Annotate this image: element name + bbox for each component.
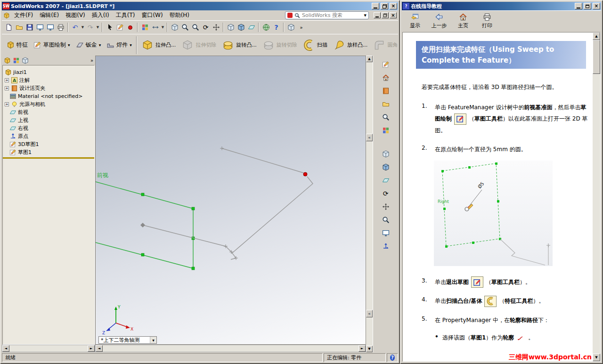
origin-view-icon[interactable] bbox=[380, 241, 391, 251]
scroll-left-icon[interactable]: ◄ bbox=[2, 345, 9, 352]
main-titlebar[interactable]: SW SolidWorks 2007 - [jiazi1.SLDPRT *] × bbox=[2, 2, 398, 10]
camera-icon[interactable] bbox=[380, 228, 391, 238]
tree-item-top-plane[interactable]: 上视 bbox=[3, 116, 94, 124]
appearance-button[interactable] bbox=[140, 23, 150, 32]
standard-views-icon[interactable] bbox=[380, 149, 391, 159]
rotate-view-button[interactable]: ⟳ bbox=[201, 23, 211, 32]
redo-button[interactable]: ↷ bbox=[85, 23, 95, 32]
menu-help[interactable]: 帮助(H) bbox=[166, 10, 193, 20]
tab-weldments[interactable]: 焊件 ▼ bbox=[104, 40, 135, 50]
tree-item-annotations[interactable]: + 注解 bbox=[3, 76, 94, 84]
featuremanager-tab-icon[interactable] bbox=[4, 57, 11, 64]
dimension-dropdown-icon[interactable]: ▼ bbox=[161, 23, 165, 32]
menu-tools[interactable]: 工具(T) bbox=[113, 10, 139, 20]
view-orientation-dropdown-icon[interactable]: ▼ bbox=[150, 337, 156, 343]
section-view-button[interactable] bbox=[246, 23, 256, 32]
dimension-button[interactable] bbox=[150, 23, 160, 32]
file-explorer-icon[interactable] bbox=[380, 99, 391, 109]
scroll-left-icon[interactable]: ◄ bbox=[96, 345, 103, 352]
scroll-down-icon[interactable]: ▼ bbox=[366, 346, 373, 352]
tree-item-lights-cameras[interactable]: + 光源与相机 bbox=[3, 100, 94, 108]
view-palette-icon[interactable] bbox=[380, 125, 391, 136]
scroll-right-icon[interactable]: ► bbox=[88, 345, 95, 352]
revolve-cut-button[interactable]: 旋转切除 bbox=[260, 36, 300, 55]
panel-chevron-icon[interactable]: » bbox=[90, 58, 93, 63]
expand-icon[interactable]: + bbox=[5, 102, 9, 106]
open-button[interactable] bbox=[14, 23, 24, 32]
rebuild-button[interactable] bbox=[125, 23, 135, 32]
tree-item-right-plane[interactable]: 右视 bbox=[3, 124, 94, 132]
close-button[interactable]: × bbox=[390, 3, 397, 9]
wireframe-button[interactable] bbox=[226, 23, 236, 32]
tree-item-origin[interactable]: 原点 bbox=[3, 132, 94, 140]
fillet-button[interactable]: 圆角 bbox=[370, 36, 400, 55]
view-orientation-box[interactable]: *上下二等角轴测 ▼ bbox=[98, 336, 157, 344]
pan-button[interactable] bbox=[211, 23, 221, 32]
tree-item-sketch1[interactable]: 草图1 bbox=[3, 148, 94, 156]
viewport-vertical-scrollbar[interactable]: ▲ ▼ « « bbox=[366, 56, 373, 352]
view-orientation-button[interactable] bbox=[286, 23, 296, 32]
back-button[interactable]: 上一步 bbox=[428, 12, 450, 31]
tutorial-close-button[interactable]: × bbox=[593, 3, 600, 9]
menu-edit[interactable]: 编辑(E) bbox=[36, 10, 62, 20]
loft-button[interactable]: 放样凸... bbox=[330, 36, 371, 55]
print-button[interactable] bbox=[56, 23, 65, 32]
make-assembly-button[interactable] bbox=[45, 23, 55, 32]
scroll-down-icon[interactable]: ▼ bbox=[593, 354, 600, 361]
mdi-close-button[interactable]: × bbox=[390, 12, 397, 18]
sketch-button[interactable] bbox=[115, 23, 125, 32]
restore-button[interactable] bbox=[381, 3, 388, 9]
tree-item-3dsketch1[interactable]: 3D草图1 bbox=[3, 140, 94, 148]
collapse-task-pane-button[interactable]: « bbox=[366, 134, 373, 141]
scroll-right-icon[interactable]: ► bbox=[359, 345, 366, 352]
status-help[interactable]: ? bbox=[387, 353, 398, 362]
tab-sketch[interactable]: 草图绘制 ▼ bbox=[31, 40, 73, 50]
tutorial-minimize-button[interactable] bbox=[575, 3, 582, 9]
home-button[interactable]: 主页 bbox=[452, 12, 474, 31]
zoom-in-out-button[interactable] bbox=[190, 23, 200, 32]
search-dropdown-icon[interactable]: ▼ bbox=[364, 14, 367, 17]
show-button[interactable]: 显示 bbox=[404, 12, 426, 31]
help-button[interactable]: ? bbox=[271, 23, 281, 32]
solidworks-resources-icon[interactable] bbox=[380, 73, 391, 83]
graphics-area[interactable]: 前视 bbox=[95, 56, 366, 345]
zoom-fit-button[interactable] bbox=[170, 23, 179, 32]
shaded-button[interactable] bbox=[236, 23, 246, 32]
select-button[interactable] bbox=[105, 23, 114, 32]
tree-item-material[interactable]: Material <not specified> bbox=[3, 92, 94, 100]
undo-button[interactable]: ↶ bbox=[70, 23, 80, 32]
design-library-icon[interactable] bbox=[380, 86, 391, 96]
menu-view[interactable]: 视图(V) bbox=[62, 10, 89, 20]
propertymanager-tab-icon[interactable] bbox=[13, 57, 20, 64]
scroll-up-icon[interactable]: ▲ bbox=[366, 56, 373, 62]
scene-button[interactable] bbox=[261, 23, 271, 32]
search-tab-icon[interactable] bbox=[380, 112, 391, 122]
configurationmanager-tab-icon[interactable] bbox=[22, 57, 29, 64]
mdi-minimize-button[interactable] bbox=[374, 12, 381, 18]
expand-icon[interactable]: + bbox=[5, 86, 9, 90]
extrude-boss-button[interactable]: 拉伸凸... bbox=[139, 36, 179, 55]
viewport-horizontal-scrollbar[interactable]: ◄ ► bbox=[95, 345, 366, 352]
rotate-view-icon[interactable]: ⟳ bbox=[380, 188, 391, 199]
tutorial-maximize-button[interactable] bbox=[584, 3, 591, 9]
tab-sheet-metal[interactable]: 钣金 ▼ bbox=[73, 40, 104, 50]
edit-color-icon[interactable] bbox=[380, 59, 391, 70]
more-commands-chevron[interactable]: » bbox=[296, 23, 306, 32]
menu-insert[interactable]: 插入(I) bbox=[89, 10, 113, 20]
save-button[interactable] bbox=[24, 23, 34, 32]
tree-item-front-plane[interactable]: 前视 bbox=[3, 108, 94, 116]
menu-file[interactable]: 文件(F) bbox=[11, 10, 36, 20]
mdi-restore-button[interactable] bbox=[382, 12, 389, 18]
tree-horizontal-scrollbar[interactable]: ◄ ► bbox=[2, 345, 95, 352]
collapse-task-pane-button[interactable]: « bbox=[366, 310, 373, 317]
sweep-button[interactable]: 扫描 bbox=[300, 36, 330, 55]
scroll-up-icon[interactable]: ▲ bbox=[593, 32, 600, 40]
solidworks-search[interactable]: SolidWorks 搜索 ▼ bbox=[285, 11, 369, 19]
zoom-fit-icon[interactable] bbox=[380, 215, 391, 225]
tutorial-scrollbar[interactable]: ▲ ▼ bbox=[593, 32, 600, 361]
rollback-bar[interactable] bbox=[3, 157, 94, 159]
tree-root[interactable]: jiazi1 bbox=[3, 68, 94, 76]
print-button[interactable]: 打印 bbox=[476, 12, 498, 31]
tab-features[interactable]: 特征 bbox=[4, 40, 31, 50]
extrude-cut-button[interactable]: 拉伸切除 bbox=[179, 36, 219, 55]
